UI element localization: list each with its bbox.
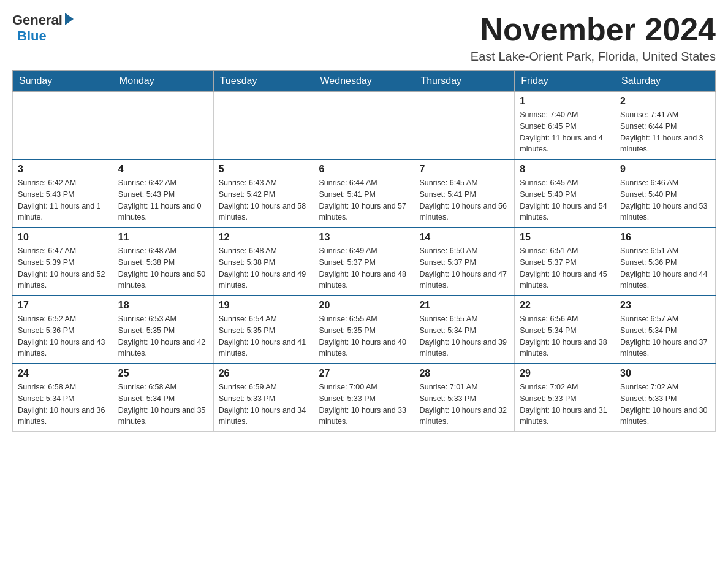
- day-number: 26: [219, 368, 309, 379]
- day-number: 6: [319, 164, 409, 175]
- logo-arrow-icon: [65, 13, 74, 25]
- calendar-cell: [213, 92, 314, 160]
- day-info: Sunrise: 7:41 AMSunset: 6:44 PMDaylight:…: [620, 109, 710, 155]
- day-number: 11: [118, 232, 208, 243]
- day-info: Sunrise: 6:47 AMSunset: 5:39 PMDaylight:…: [18, 245, 108, 291]
- day-info: Sunrise: 6:45 AMSunset: 5:40 PMDaylight:…: [520, 177, 610, 223]
- day-info: Sunrise: 6:52 AMSunset: 5:36 PMDaylight:…: [18, 313, 108, 359]
- calendar-cell: 9Sunrise: 6:46 AMSunset: 5:40 PMDaylight…: [615, 159, 716, 228]
- day-info: Sunrise: 6:58 AMSunset: 5:34 PMDaylight:…: [18, 381, 108, 427]
- calendar-cell: 17Sunrise: 6:52 AMSunset: 5:36 PMDayligh…: [13, 296, 113, 364]
- day-number: 20: [319, 300, 409, 311]
- day-info: Sunrise: 6:50 AMSunset: 5:37 PMDaylight:…: [419, 245, 509, 291]
- day-number: 2: [620, 96, 710, 107]
- day-info: Sunrise: 6:48 AMSunset: 5:38 PMDaylight:…: [118, 245, 208, 291]
- calendar-cell: 21Sunrise: 6:55 AMSunset: 5:34 PMDayligh…: [414, 296, 515, 364]
- day-info: Sunrise: 7:02 AMSunset: 5:33 PMDaylight:…: [620, 381, 710, 427]
- calendar-cell: 3Sunrise: 6:42 AMSunset: 5:43 PMDaylight…: [13, 159, 113, 228]
- calendar-cell: 10Sunrise: 6:47 AMSunset: 5:39 PMDayligh…: [13, 228, 113, 296]
- calendar-cell: 25Sunrise: 6:58 AMSunset: 5:34 PMDayligh…: [113, 364, 213, 432]
- day-number: 18: [118, 300, 208, 311]
- day-number: 5: [219, 164, 309, 175]
- weekday-header-monday: Monday: [113, 71, 213, 92]
- day-info: Sunrise: 6:42 AMSunset: 5:43 PMDaylight:…: [118, 177, 208, 223]
- day-info: Sunrise: 6:59 AMSunset: 5:33 PMDaylight:…: [219, 381, 309, 427]
- weekday-header-wednesday: Wednesday: [314, 71, 414, 92]
- calendar-cell: [13, 92, 113, 160]
- calendar-cell: 27Sunrise: 7:00 AMSunset: 5:33 PMDayligh…: [314, 364, 414, 432]
- day-number: 24: [18, 368, 108, 379]
- calendar-cell: 30Sunrise: 7:02 AMSunset: 5:33 PMDayligh…: [615, 364, 716, 432]
- calendar-cell: 29Sunrise: 7:02 AMSunset: 5:33 PMDayligh…: [515, 364, 615, 432]
- calendar-cell: 12Sunrise: 6:48 AMSunset: 5:38 PMDayligh…: [213, 228, 314, 296]
- day-number: 29: [520, 368, 610, 379]
- day-info: Sunrise: 7:40 AMSunset: 6:45 PMDaylight:…: [520, 109, 610, 155]
- calendar-cell: 5Sunrise: 6:43 AMSunset: 5:42 PMDaylight…: [213, 159, 314, 228]
- day-number: 25: [118, 368, 208, 379]
- day-number: 21: [419, 300, 509, 311]
- calendar-week-row: 1Sunrise: 7:40 AMSunset: 6:45 PMDaylight…: [13, 92, 716, 160]
- day-info: Sunrise: 6:55 AMSunset: 5:35 PMDaylight:…: [319, 313, 409, 359]
- month-title: November 2024: [471, 12, 716, 47]
- day-number: 19: [219, 300, 309, 311]
- day-number: 9: [620, 164, 710, 175]
- day-info: Sunrise: 6:56 AMSunset: 5:34 PMDaylight:…: [520, 313, 610, 359]
- day-number: 27: [319, 368, 409, 379]
- weekday-header-friday: Friday: [515, 71, 615, 92]
- location-title: East Lake-Orient Park, Florida, United S…: [471, 50, 716, 64]
- day-number: 4: [118, 164, 208, 175]
- day-number: 3: [18, 164, 108, 175]
- day-number: 8: [520, 164, 610, 175]
- weekday-header-tuesday: Tuesday: [213, 71, 314, 92]
- page-header: General Blue November 2024 East Lake-Ori…: [12, 12, 716, 64]
- calendar-cell: [113, 92, 213, 160]
- calendar-cell: 1Sunrise: 7:40 AMSunset: 6:45 PMDaylight…: [515, 92, 615, 160]
- day-number: 7: [419, 164, 509, 175]
- day-info: Sunrise: 6:42 AMSunset: 5:43 PMDaylight:…: [18, 177, 108, 223]
- logo-general-text: General: [12, 12, 63, 28]
- day-number: 28: [419, 368, 509, 379]
- calendar-cell: 13Sunrise: 6:49 AMSunset: 5:37 PMDayligh…: [314, 228, 414, 296]
- day-number: 12: [219, 232, 309, 243]
- calendar-week-row: 24Sunrise: 6:58 AMSunset: 5:34 PMDayligh…: [13, 364, 716, 432]
- day-number: 13: [319, 232, 409, 243]
- day-info: Sunrise: 6:43 AMSunset: 5:42 PMDaylight:…: [219, 177, 309, 223]
- day-info: Sunrise: 6:46 AMSunset: 5:40 PMDaylight:…: [620, 177, 710, 223]
- day-number: 16: [620, 232, 710, 243]
- calendar-cell: 23Sunrise: 6:57 AMSunset: 5:34 PMDayligh…: [615, 296, 716, 364]
- calendar-cell: 14Sunrise: 6:50 AMSunset: 5:37 PMDayligh…: [414, 228, 515, 296]
- calendar-cell: 4Sunrise: 6:42 AMSunset: 5:43 PMDaylight…: [113, 159, 213, 228]
- day-info: Sunrise: 6:48 AMSunset: 5:38 PMDaylight:…: [219, 245, 309, 291]
- calendar-cell: 2Sunrise: 7:41 AMSunset: 6:44 PMDaylight…: [615, 92, 716, 160]
- day-info: Sunrise: 6:49 AMSunset: 5:37 PMDaylight:…: [319, 245, 409, 291]
- day-info: Sunrise: 6:45 AMSunset: 5:41 PMDaylight:…: [419, 177, 509, 223]
- weekday-header-saturday: Saturday: [615, 71, 716, 92]
- calendar-cell: 19Sunrise: 6:54 AMSunset: 5:35 PMDayligh…: [213, 296, 314, 364]
- calendar-table: SundayMondayTuesdayWednesdayThursdayFrid…: [12, 70, 716, 432]
- calendar-cell: 26Sunrise: 6:59 AMSunset: 5:33 PMDayligh…: [213, 364, 314, 432]
- logo-blue-text: Blue: [17, 28, 47, 44]
- day-info: Sunrise: 6:55 AMSunset: 5:34 PMDaylight:…: [419, 313, 509, 359]
- calendar-week-row: 17Sunrise: 6:52 AMSunset: 5:36 PMDayligh…: [13, 296, 716, 364]
- calendar-cell: 16Sunrise: 6:51 AMSunset: 5:36 PMDayligh…: [615, 228, 716, 296]
- day-info: Sunrise: 7:01 AMSunset: 5:33 PMDaylight:…: [419, 381, 509, 427]
- day-info: Sunrise: 6:44 AMSunset: 5:41 PMDaylight:…: [319, 177, 409, 223]
- calendar-week-row: 10Sunrise: 6:47 AMSunset: 5:39 PMDayligh…: [13, 228, 716, 296]
- calendar-week-row: 3Sunrise: 6:42 AMSunset: 5:43 PMDaylight…: [13, 159, 716, 228]
- calendar-header-row: SundayMondayTuesdayWednesdayThursdayFrid…: [13, 71, 716, 92]
- calendar-cell: 7Sunrise: 6:45 AMSunset: 5:41 PMDaylight…: [414, 159, 515, 228]
- calendar-cell: 11Sunrise: 6:48 AMSunset: 5:38 PMDayligh…: [113, 228, 213, 296]
- calendar-cell: 8Sunrise: 6:45 AMSunset: 5:40 PMDaylight…: [515, 159, 615, 228]
- day-number: 14: [419, 232, 509, 243]
- calendar-cell: 6Sunrise: 6:44 AMSunset: 5:41 PMDaylight…: [314, 159, 414, 228]
- day-number: 17: [18, 300, 108, 311]
- day-info: Sunrise: 6:58 AMSunset: 5:34 PMDaylight:…: [118, 381, 208, 427]
- calendar-cell: [314, 92, 414, 160]
- day-info: Sunrise: 6:53 AMSunset: 5:35 PMDaylight:…: [118, 313, 208, 359]
- logo: General Blue: [12, 12, 74, 44]
- day-number: 23: [620, 300, 710, 311]
- calendar-cell: 18Sunrise: 6:53 AMSunset: 5:35 PMDayligh…: [113, 296, 213, 364]
- day-info: Sunrise: 6:51 AMSunset: 5:37 PMDaylight:…: [520, 245, 610, 291]
- day-info: Sunrise: 6:57 AMSunset: 5:34 PMDaylight:…: [620, 313, 710, 359]
- calendar-cell: 24Sunrise: 6:58 AMSunset: 5:34 PMDayligh…: [13, 364, 113, 432]
